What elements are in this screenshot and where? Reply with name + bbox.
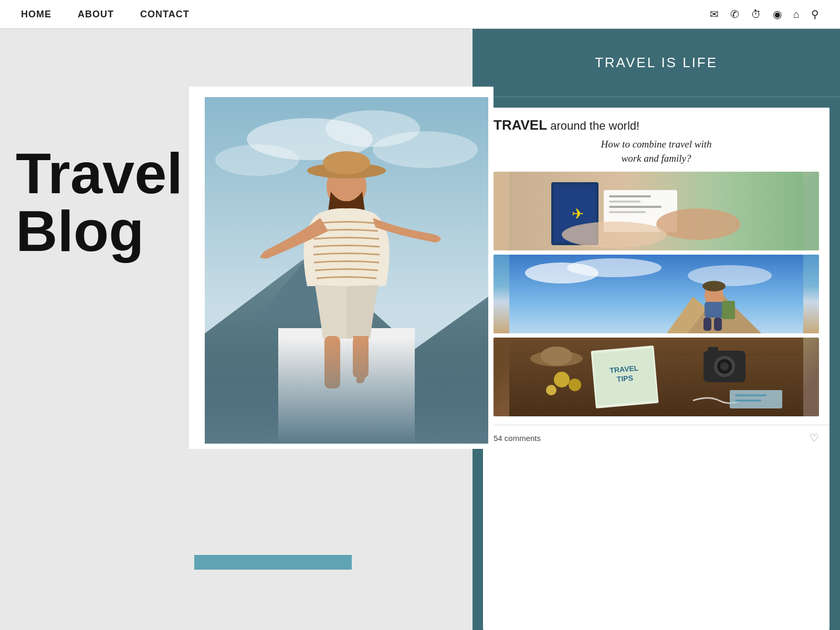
svg-point-11 [323,151,370,174]
teal-accent-bar [194,555,352,570]
svg-point-52 [569,379,581,391]
post-images-grid: ✈ [483,172,830,422]
heart-icon[interactable]: ♡ [810,432,819,444]
navbar: HOME ABOUT CONTACT ✉ ✆ ⏱ ◉ ⌂ ⚲ [0,0,840,29]
right-header: TRAVEL IS LIFE [472,29,840,97]
email-icon[interactable]: ✉ [710,8,719,20]
right-section: TRAVEL IS LIFE TRAVEL around the world! … [472,29,840,630]
post-image-passport: ✈ [494,172,819,250]
svg-rect-57 [735,394,766,396]
phone-icon[interactable]: ✆ [730,8,739,20]
svg-point-28 [567,258,662,277]
svg-point-5 [373,131,478,168]
comments-count: 54 comments [494,434,541,443]
post-card: TRAVEL around the world! How to combine … [483,108,830,630]
svg-point-4 [215,144,299,176]
svg-rect-56 [730,390,782,408]
svg-rect-21 [609,201,640,203]
search-icon[interactable]: ⚲ [811,8,819,20]
post-image-traveltips: TRAVEL TIPS [494,338,819,416]
post-card-header: TRAVEL around the world! How to combine … [483,108,830,172]
nav-icons: ✉ ✆ ⏱ ◉ ⌂ ⚲ [710,8,819,20]
nav-home[interactable]: HOME [21,9,51,20]
svg-rect-20 [609,195,651,197]
nav-links: HOME ABOUT CONTACT [21,9,190,20]
home-icon[interactable]: ⌂ [793,8,800,20]
svg-point-49 [720,362,729,371]
svg-rect-34 [704,318,711,331]
main-layout: Travel Blog [0,29,840,630]
svg-rect-35 [714,318,722,331]
svg-point-53 [546,385,556,395]
svg-rect-58 [735,400,761,402]
svg-text:TIPS: TIPS [616,374,633,384]
post-image-hiker [494,255,819,333]
blog-title: Travel Blog [16,144,183,260]
svg-point-55 [541,346,572,365]
hero-image [205,97,488,444]
svg-rect-23 [609,211,646,213]
svg-text:✈: ✈ [572,206,584,222]
rss-icon[interactable]: ◉ [773,8,782,20]
post-title-bold: TRAVEL [494,117,547,133]
nav-contact[interactable]: CONTACT [140,9,190,20]
site-title: TRAVEL IS LIFE [595,55,718,71]
post-card-footer: 54 comments ♡ [483,425,830,450]
passport-illustration: ✈ [494,172,819,250]
svg-rect-33 [705,302,723,318]
left-section: Travel Blog [0,29,472,630]
svg-rect-22 [609,206,662,208]
traveltips-illustration: TRAVEL TIPS [494,338,819,416]
nav-about[interactable]: ABOUT [78,9,114,20]
svg-rect-37 [722,301,735,319]
svg-point-25 [562,222,667,248]
svg-rect-50 [708,347,718,352]
post-title: TRAVEL around the world! [494,117,819,133]
svg-point-29 [688,265,772,286]
post-title-rest: around the world! [547,119,639,132]
hiker-illustration [494,255,819,333]
post-subtitle: How to combine travel withwork and famil… [494,138,819,165]
hero-image-container [205,97,488,444]
clock-icon[interactable]: ⏱ [751,8,761,20]
svg-point-51 [554,372,570,387]
mountain-background [205,339,488,444]
svg-point-36 [702,281,726,291]
svg-point-24 [656,208,740,240]
